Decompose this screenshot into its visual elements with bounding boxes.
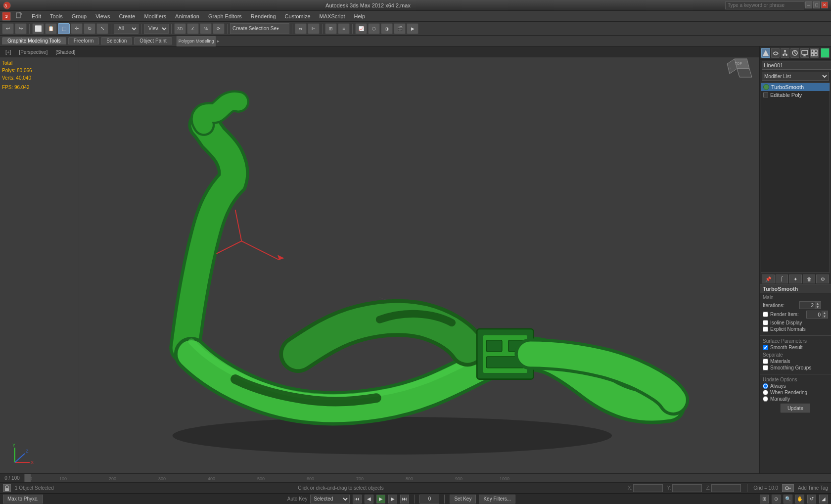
reference-coord-dropdown[interactable]: All <box>114 24 138 34</box>
iterations-up[interactable]: ▲ <box>815 302 821 305</box>
viewport[interactable]: [+] [Perspective] [Shaded] Total Polys: … <box>0 46 759 473</box>
go-to-end-btn[interactable]: ⏭ <box>400 495 409 504</box>
menu-edit[interactable]: Edit <box>28 12 45 20</box>
lock-icon[interactable] <box>3 484 11 492</box>
manually-radio[interactable] <box>763 396 768 402</box>
render-iters-down[interactable]: ▼ <box>822 315 828 318</box>
arc-rotate-btn[interactable]: ↺ <box>807 495 816 504</box>
update-button[interactable]: Update <box>781 404 810 412</box>
select-by-name-btn[interactable]: 📋 <box>45 23 57 34</box>
field-of-view-btn[interactable]: ◢ <box>819 495 828 504</box>
rotate-btn[interactable]: ↻ <box>84 23 95 34</box>
schematic-view-btn[interactable]: ⬡ <box>368 23 380 34</box>
iterations-spinbox[interactable]: ▲ ▼ <box>799 301 821 309</box>
material-editor-btn[interactable]: ◑ <box>381 23 393 34</box>
minimize-button[interactable]: ─ <box>805 1 812 8</box>
next-frame-btn[interactable]: ▶ <box>388 495 397 504</box>
scene-view[interactable] <box>0 46 759 473</box>
menu-create[interactable]: Create <box>115 12 139 20</box>
key-filters-btn[interactable]: Key Filters... <box>479 495 515 504</box>
redo-button[interactable]: ↪ <box>15 23 27 34</box>
menu-maxscript[interactable]: MAXScript <box>316 12 349 20</box>
prev-frame-btn[interactable]: ◀ <box>365 495 373 504</box>
set-key-btn[interactable]: Set Key <box>450 495 476 504</box>
scale-btn[interactable]: ⤡ <box>96 23 108 34</box>
hierarchy-panel-icon[interactable] <box>781 48 789 58</box>
render-iters-up[interactable]: ▲ <box>822 311 828 315</box>
always-radio[interactable] <box>763 383 768 389</box>
editable-poly-modifier-item[interactable]: Editable Poly <box>761 91 830 99</box>
render-iters-input[interactable] <box>807 311 822 318</box>
current-frame-input[interactable] <box>419 495 439 504</box>
smoothing-groups-checkbox[interactable] <box>763 365 768 370</box>
search-input[interactable] <box>725 1 804 9</box>
iterations-input[interactable] <box>800 302 815 309</box>
viewport-plus-btn[interactable]: [+] <box>3 48 13 56</box>
create-panel-icon[interactable] <box>761 48 770 58</box>
x-coord-input[interactable] <box>633 484 663 492</box>
timeline-track[interactable]: 0 100 200 300 400 500 600 700 800 900 10… <box>25 474 831 482</box>
iterations-down[interactable]: ▼ <box>815 305 821 309</box>
menu-group[interactable]: Group <box>68 12 91 20</box>
color-swatch[interactable] <box>821 48 830 58</box>
navigation-cube[interactable]: TOP L <box>725 51 754 82</box>
layer-manager-btn[interactable]: ⊞ <box>325 23 337 34</box>
menu-views[interactable]: Views <box>92 12 114 20</box>
create-selection-dropdown[interactable]: Create Selection Se▾ <box>230 23 289 34</box>
menu-animation[interactable]: Animation <box>171 12 203 20</box>
snap-toggle-btn[interactable]: 3D <box>174 23 186 34</box>
motion-panel-icon[interactable] <box>790 48 799 58</box>
mirror-btn[interactable]: ⇔ <box>295 23 307 34</box>
go-to-start-btn[interactable]: ⏮ <box>353 495 362 504</box>
render-iters-checkbox[interactable] <box>763 312 768 317</box>
select-move-btn[interactable]: ✛ <box>71 23 83 34</box>
materials-checkbox[interactable] <box>763 359 768 364</box>
graphite-tools-tab[interactable]: Graphite Modeling Tools <box>2 37 66 45</box>
close-button[interactable]: ✕ <box>821 1 828 8</box>
menu-rendering[interactable]: Rendering <box>247 12 280 20</box>
more-btn[interactable]: ▸ <box>217 39 220 44</box>
add-time-tag-btn[interactable]: Add Time Tag <box>798 485 828 491</box>
remove-modifier-btn[interactable]: 🗑 <box>803 275 816 283</box>
y-coord-input[interactable] <box>672 484 702 492</box>
menu-file[interactable] <box>12 11 27 21</box>
when-rendering-radio[interactable] <box>763 390 768 395</box>
menu-modifiers[interactable]: Modifiers <box>140 12 170 20</box>
align-btn[interactable]: ⊫ <box>308 23 320 34</box>
angle-snap-btn[interactable]: ∠ <box>187 23 199 34</box>
utilities-panel-icon[interactable] <box>810 48 819 58</box>
modifier-list-dropdown[interactable]: Modifier List <box>762 72 829 81</box>
maximize-viewport-btn[interactable]: ⊞ <box>760 495 769 504</box>
viewport-perspective-btn[interactable]: [Perspective] <box>16 48 50 56</box>
select-region-btn[interactable]: ⬚ <box>58 23 70 34</box>
object-paint-tab[interactable]: Object Paint <box>134 37 172 45</box>
menu-tools[interactable]: Tools <box>46 12 67 20</box>
percent-snap-btn[interactable]: % <box>200 23 212 34</box>
render-iters-spinbox[interactable]: ▲ ▼ <box>806 311 828 319</box>
view-dropdown[interactable]: View <box>144 24 169 34</box>
zoom-extents-btn[interactable]: ⊙ <box>772 495 781 504</box>
freeform-tab[interactable]: Freeform <box>68 37 99 45</box>
maximize-button[interactable]: □ <box>813 1 820 8</box>
make-unique-btn[interactable]: ✦ <box>789 275 802 283</box>
isoline-checkbox[interactable] <box>763 320 768 325</box>
autokey-selected-dropdown[interactable]: Selected <box>310 495 350 504</box>
z-coord-input[interactable] <box>711 484 741 492</box>
menu-help[interactable]: Help <box>350 12 369 20</box>
render-frame-btn[interactable]: ▶ <box>407 23 418 34</box>
key-icon[interactable] <box>782 484 794 492</box>
zoom-btn[interactable]: 🔍 <box>784 495 792 504</box>
ribbon-btn[interactable]: ≡ <box>338 23 350 34</box>
menu-customize[interactable]: Customize <box>281 12 315 20</box>
menu-graph-editors[interactable]: Graph Editors <box>204 12 246 20</box>
display-panel-icon[interactable] <box>800 48 809 58</box>
explicit-normals-checkbox[interactable] <box>763 326 768 332</box>
timeline-playhead[interactable] <box>25 474 31 482</box>
max-to-phyxc-btn[interactable]: Max to Phyxc. <box>3 495 43 504</box>
smooth-result-checkbox[interactable] <box>763 345 768 350</box>
play-btn[interactable]: ▶ <box>376 495 385 504</box>
pin-stack-btn[interactable]: 📌 <box>762 275 775 283</box>
undo-button[interactable]: ↩ <box>2 23 14 34</box>
select-object-btn[interactable]: ⬜ <box>32 23 44 34</box>
viewport-shaded-btn[interactable]: [Shaded] <box>53 48 78 56</box>
